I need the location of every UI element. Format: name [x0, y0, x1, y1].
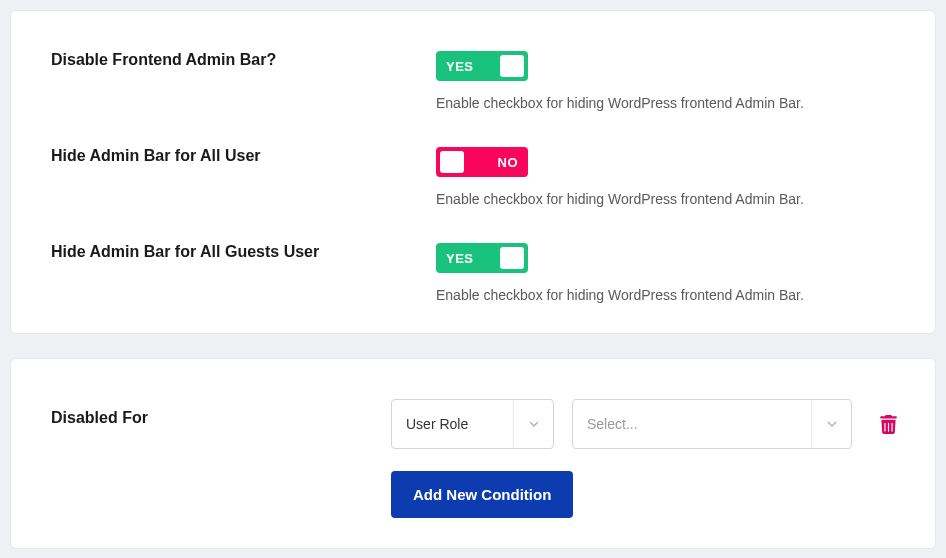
helper-text: Enable checkbox for hiding WordPress fro…: [436, 95, 895, 111]
chevron-down-icon: [811, 400, 851, 448]
setting-row-hide-guests: Hide Admin Bar for All Guests User YES E…: [51, 243, 895, 303]
toggle-hide-all-user[interactable]: NO: [436, 147, 528, 177]
settings-panel: Disable Frontend Admin Bar? YES Enable c…: [10, 10, 936, 334]
setting-label: Hide Admin Bar for All User: [51, 147, 436, 165]
toggle-hide-guests[interactable]: YES: [436, 243, 528, 273]
select-value-dropdown[interactable]: Select...: [572, 399, 852, 449]
toggle-yes-text: YES: [446, 59, 474, 74]
toggle-knob: [500, 55, 524, 77]
select-value: User Role: [392, 416, 513, 432]
setting-row-hide-all-user: Hide Admin Bar for All User NO Enable ch…: [51, 147, 895, 207]
select-placeholder: Select...: [573, 416, 811, 432]
setting-label: Hide Admin Bar for All Guests User: [51, 243, 436, 261]
chevron-down-icon: [513, 400, 553, 448]
helper-text: Enable checkbox for hiding WordPress fro…: [436, 191, 895, 207]
add-new-condition-button[interactable]: Add New Condition: [391, 471, 573, 518]
setting-row-disable-frontend: Disable Frontend Admin Bar? YES Enable c…: [51, 51, 895, 111]
helper-text: Enable checkbox for hiding WordPress fro…: [436, 287, 895, 303]
condition-label: Disabled For: [51, 409, 391, 427]
delete-condition-button[interactable]: [880, 415, 897, 434]
select-user-role[interactable]: User Role: [391, 399, 554, 449]
toggle-disable-frontend[interactable]: YES: [436, 51, 528, 81]
toggle-no-text: NO: [498, 155, 519, 170]
toggle-knob: [500, 247, 524, 269]
toggle-yes-text: YES: [446, 251, 474, 266]
toggle-knob: [440, 151, 464, 173]
conditions-panel: Disabled For User Role Select...: [10, 358, 936, 549]
trash-icon: [880, 415, 897, 434]
setting-label: Disable Frontend Admin Bar?: [51, 51, 436, 69]
